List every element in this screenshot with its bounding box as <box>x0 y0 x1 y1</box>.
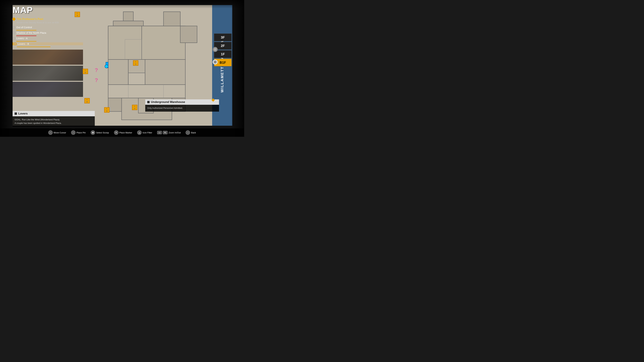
lovers-square-icon <box>14 112 17 115</box>
lovers-title: Lovers <box>18 112 28 115</box>
thumbnail-3 <box>12 82 83 97</box>
toolbar-place-pin: □ Place Pin <box>71 130 86 135</box>
quest-item-out-of-control[interactable]: Out of Control <box>12 26 83 29</box>
svg-rect-7 <box>145 59 185 85</box>
svg-rect-14 <box>180 26 197 43</box>
thumbnail-2 <box>12 66 83 81</box>
map-marker-2: 🚶 <box>133 60 138 66</box>
quest-subtitle: Return to the Security Room at 11 a.m. o… <box>16 21 83 24</box>
svg-rect-11 <box>108 98 122 111</box>
place-marker-icon: ✕ <box>114 130 118 135</box>
zoom-r1-icon: R1 <box>163 131 168 134</box>
toolbar-move-cursor: ○ Move Cursor <box>48 130 66 135</box>
quest-checkbox-2 <box>12 32 15 34</box>
map-marker-6: 🚶 <box>132 105 137 110</box>
toolbar-back: ○ Back <box>186 130 196 135</box>
quest-bar-1 <box>16 30 36 30</box>
map-marker-1: 🚶 <box>75 12 80 17</box>
quest-label-3: Lovers - A <box>16 37 28 40</box>
quest-list: Out of Control Shadow of the North Plaza… <box>12 26 83 47</box>
quest-label-1: Out of Control <box>16 26 32 29</box>
lovers-goal: GOAL: Run Like the Wind (Wonderland Plaz… <box>14 118 93 121</box>
svg-rect-13 <box>164 12 180 26</box>
svg-point-26 <box>215 49 216 50</box>
floor-btn-3f[interactable]: 3F <box>214 33 232 41</box>
screen: ? ? 🚶 🚶 🚶 🚶 🚶 🚶 WILLAMETTE PARKVIEW MAP … <box>0 0 244 137</box>
quest-checkbox-4 <box>14 43 16 45</box>
place-pin-label: Place Pin <box>76 131 86 134</box>
left-panel: MAP The Professor's Past Return to the S… <box>12 5 83 126</box>
place-pin-icon: □ <box>71 130 76 135</box>
select-scoop-icon: ⊕ <box>91 130 95 135</box>
zoom-l1-icon: L1 <box>157 131 162 134</box>
map-title: MAP <box>12 5 83 15</box>
active-quest-title: The Professor's Past <box>16 17 43 21</box>
toolbar: ○ Move Cursor □ Place Pin ⊕ Select Scoop… <box>0 128 244 137</box>
quest-thumbnails <box>12 50 83 97</box>
icon-filter-icon: △ <box>137 130 142 135</box>
quest-item-shadow[interactable]: Shadow of the North Plaza <box>12 31 83 34</box>
svg-rect-1 <box>113 21 144 26</box>
floor-icon-top <box>213 59 218 64</box>
warehouse-title: Underground Warehouse <box>151 100 185 104</box>
quest-label-2: Shadow of the North Plaza <box>16 31 46 34</box>
quest-checkbox-3 <box>12 37 15 39</box>
map-marker-3: 🚶 <box>83 69 88 74</box>
toolbar-place-marker: ✕ Place Marker <box>114 130 132 135</box>
quest-bar-2 <box>16 35 36 36</box>
lovers-description: A couple has been spotted in Wonderland … <box>14 121 93 125</box>
svg-rect-5 <box>108 59 128 85</box>
toolbar-icon-filter: △ Icon Filter <box>137 130 152 135</box>
back-label: Back <box>191 131 196 134</box>
warehouse-body: Only Authorized Personnel Admitted. <box>145 105 219 112</box>
quest-checkbox-1 <box>12 26 15 28</box>
svg-rect-4 <box>142 26 185 59</box>
quest-label-4: Lovers - B <box>18 42 29 45</box>
zoom-label: Zoom In/Out <box>168 131 180 134</box>
svg-point-24 <box>215 61 216 62</box>
info-box-lovers: Lovers GOAL: Run Like the Wind (Wonderla… <box>12 111 95 127</box>
map-marker-4: 🚶 <box>84 98 90 103</box>
warehouse-square-icon <box>147 101 150 103</box>
player-dot <box>105 64 108 68</box>
overlay-left <box>0 0 14 137</box>
quest-bar-3 <box>16 41 36 41</box>
back-icon: ○ <box>186 130 190 135</box>
select-scoop-label: Select Scoop <box>96 131 109 134</box>
info-box-warehouse: Underground Warehouse Only Authorized Pe… <box>145 99 219 112</box>
question-mark-1: ? <box>95 67 98 73</box>
overlay-right <box>231 0 244 137</box>
diamond-icon <box>12 17 16 21</box>
lovers-header: Lovers <box>12 111 95 116</box>
icon-filter-label: Icon Filter <box>142 131 152 134</box>
toolbar-select-scoop: ⊕ Select Scoop <box>91 130 109 135</box>
thumbnail-1 <box>12 50 83 65</box>
warehouse-header: Underground Warehouse <box>145 99 219 105</box>
quest-item-lovers-b[interactable]: Lovers - B <box>12 42 83 45</box>
quest-bar-4 <box>17 46 50 47</box>
floor-selector: 3F 2F 1F B1F <box>214 33 232 67</box>
question-mark-2: ? <box>95 77 98 83</box>
move-cursor-icon: ○ <box>48 130 53 135</box>
warehouse-description: Only Authorized Personnel Admitted. <box>147 106 217 110</box>
quest-item-lovers-a[interactable]: Lovers - A <box>12 37 83 40</box>
svg-rect-9 <box>128 73 145 85</box>
move-cursor-label: Move Cursor <box>54 131 66 134</box>
lovers-body: GOAL: Run Like the Wind (Wonderland Plaz… <box>12 116 95 127</box>
active-quest: The Professor's Past <box>12 17 83 21</box>
svg-rect-8 <box>108 85 185 98</box>
map-marker-5: 🚶 <box>104 107 110 113</box>
svg-rect-0 <box>123 12 133 21</box>
floor-icon-bottom <box>213 47 218 52</box>
toolbar-zoom: L1 R1 Zoom In/Out <box>157 131 180 134</box>
place-marker-label: Place Marker <box>120 131 132 134</box>
